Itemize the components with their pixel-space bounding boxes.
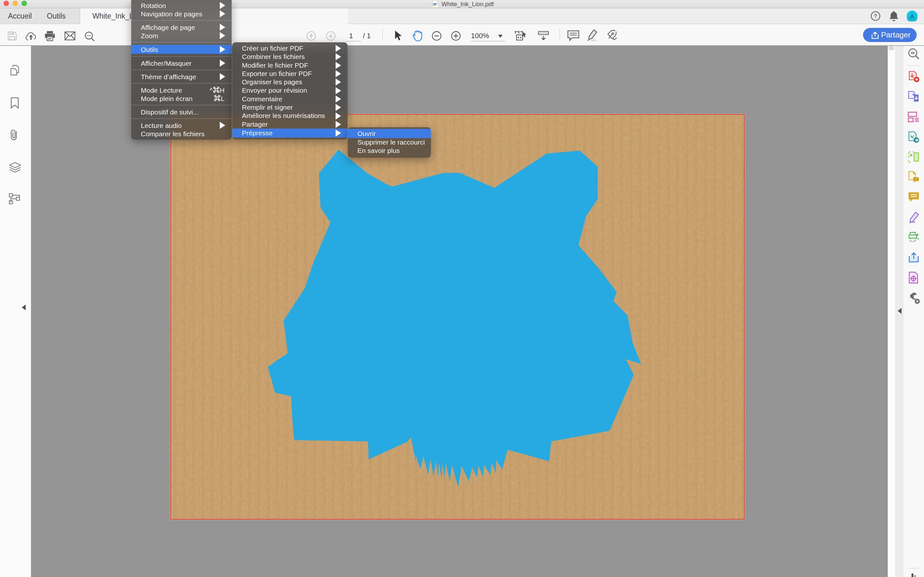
- svg-text:?: ?: [874, 13, 877, 19]
